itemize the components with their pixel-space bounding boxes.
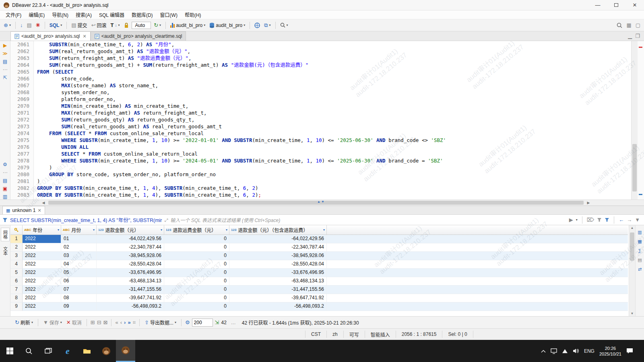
grid-cell[interactable]: 2022 bbox=[23, 294, 61, 302]
schema-combo[interactable]: audit_bi_pro▾ bbox=[208, 22, 246, 29]
task-view-icon[interactable] bbox=[39, 340, 58, 362]
grid-cell[interactable]: -28,550,428.04 bbox=[97, 260, 164, 268]
filter-settings-icon[interactable] bbox=[597, 218, 602, 222]
grid-cell[interactable]: 0 bbox=[164, 302, 229, 311]
results-view-tab-grid[interactable]: 网格 bbox=[1, 228, 10, 241]
save-button[interactable]: ▼保存▾ bbox=[42, 318, 63, 327]
nav-forward-icon[interactable]: → bbox=[627, 217, 632, 223]
filter-query-text[interactable]: SELECT SUBSTR(min_create_time_t, 1, 4) A… bbox=[10, 216, 162, 224]
row-number[interactable]: 4 bbox=[10, 260, 23, 268]
menu-item[interactable]: 窗口(W) bbox=[157, 10, 181, 19]
grid-cell[interactable]: -39,647,741.92 bbox=[97, 294, 164, 302]
code-area[interactable]: 2061 SUBSTR(min_create_time_t, 6, 2) AS … bbox=[10, 41, 631, 200]
grid-cell[interactable]: 0 bbox=[164, 252, 229, 260]
results-view-tab-text[interactable]: 文本 bbox=[1, 245, 9, 257]
grid-cell[interactable]: 03 bbox=[61, 252, 97, 260]
grid-cell[interactable]: 2022 bbox=[23, 302, 61, 311]
grid-cell[interactable]: -63,468,134.13 bbox=[229, 277, 327, 285]
grid-cell[interactable]: 09 bbox=[61, 302, 97, 311]
grid-cell[interactable]: -28,550,428.04 bbox=[229, 260, 327, 268]
column-filter-icon[interactable]: ▾ bbox=[93, 228, 95, 232]
explain-plan-icon[interactable]: ▤ bbox=[3, 59, 7, 64]
column-header[interactable]: 123退款运费金额（元）▾ bbox=[164, 225, 229, 234]
close-button[interactable]: ✕ bbox=[625, 0, 644, 10]
volume-icon[interactable] bbox=[573, 348, 579, 354]
grid-cell[interactable]: -39,647,741.92 bbox=[229, 294, 327, 302]
column-header[interactable]: 123退款金额（元）（包含退款运费）▾ bbox=[229, 225, 327, 234]
menu-item[interactable]: 编辑(E) bbox=[25, 10, 48, 19]
delete-row-icon[interactable]: ⊠ bbox=[103, 320, 108, 325]
column-header[interactable]: ABC年份▾ bbox=[23, 225, 61, 234]
first-page-icon[interactable]: « bbox=[115, 320, 118, 325]
sash-collapse-icons[interactable]: ▲▼ bbox=[317, 200, 325, 204]
code-text[interactable]: SELECT * FROM custom_online_sale_return_… bbox=[34, 150, 198, 157]
code-text[interactable]: MAX(store_name) AS store_name_t, bbox=[34, 82, 158, 89]
scroll-left-icon[interactable]: ◀ bbox=[40, 200, 47, 206]
grid-cell[interactable]: -56,498,093.2 bbox=[97, 302, 164, 311]
grid-cell[interactable]: 07 bbox=[61, 286, 97, 294]
next-page-icon[interactable]: › bbox=[124, 320, 126, 325]
grid-cell[interactable]: 01 bbox=[61, 235, 97, 243]
grouping-panel-icon[interactable]: ▤ bbox=[638, 257, 642, 263]
code-text[interactable]: ) bbox=[34, 178, 40, 185]
grid-cell[interactable]: -64,022,429.56 bbox=[229, 235, 327, 243]
grid-cell[interactable]: 2022 bbox=[23, 243, 61, 251]
scroll-down-icon[interactable]: ▼ bbox=[629, 312, 635, 315]
minimize-button[interactable]: — bbox=[588, 0, 607, 10]
dbeaver-taskbar-icon[interactable] bbox=[97, 340, 116, 362]
grid-cell[interactable]: 2022 bbox=[23, 269, 61, 277]
grid-cell[interactable]: 2022 bbox=[23, 286, 61, 294]
editor-vertical-scrollbar[interactable] bbox=[631, 41, 638, 200]
row-number[interactable]: 1 bbox=[10, 235, 23, 243]
grid-cell[interactable]: 2022 bbox=[23, 235, 61, 243]
action-center-icon[interactable] bbox=[626, 348, 633, 354]
code-text[interactable]: UNION ALL bbox=[34, 144, 89, 150]
code-text[interactable]: SUM(real_return_goods_amt_t) + SUM(retur… bbox=[34, 62, 308, 68]
column-filter-icon[interactable]: ▾ bbox=[58, 228, 59, 232]
grid-cell[interactable]: 0 bbox=[164, 260, 229, 268]
execute-script-icon[interactable]: ≫ bbox=[2, 51, 8, 56]
column-header[interactable]: ABC月份▾ bbox=[61, 225, 97, 234]
cancel-button[interactable]: ✕取消 bbox=[65, 318, 83, 327]
file-explorer-icon[interactable] bbox=[77, 340, 97, 362]
tray-chevron-up-icon[interactable] bbox=[541, 350, 546, 353]
duplicate-row-icon[interactable]: ⊟ bbox=[97, 320, 101, 325]
new-script-button[interactable]: ✳ bbox=[35, 22, 41, 29]
grid-cell[interactable]: 06 bbox=[61, 277, 97, 285]
close-result-tab-icon[interactable]: ✕ bbox=[37, 208, 41, 213]
code-text[interactable]: ORDER BY SUBSTR(min_create_time_t, 1, 4)… bbox=[34, 191, 261, 198]
grid-cell[interactable]: -56,498,093.2 bbox=[229, 302, 327, 311]
result-settings-gear-icon[interactable]: ⚙ bbox=[185, 320, 190, 325]
grid-cell[interactable]: -38,945,928.06 bbox=[229, 252, 327, 260]
scroll-right-icon[interactable]: ▶ bbox=[585, 200, 592, 206]
network-icon[interactable] bbox=[253, 22, 261, 29]
row-number[interactable]: 3 bbox=[10, 252, 23, 260]
search-combo[interactable]: ▾ bbox=[279, 22, 289, 29]
grid-cell[interactable]: 05 bbox=[61, 269, 97, 277]
refresh-combo[interactable]: ↻▾ bbox=[153, 22, 162, 29]
grid-cell[interactable]: -33,676,496.95 bbox=[229, 269, 327, 277]
menu-item[interactable]: 导航(N) bbox=[49, 10, 72, 19]
filter-input[interactable]: 输入一个 SQL 表达式来过滤结果 (使用 Ctrl+Space) bbox=[170, 216, 566, 223]
grid-cell[interactable]: -31,447,155.56 bbox=[97, 286, 164, 294]
code-text[interactable]: SUM(real_return_goods_amt_t) AS "退款金额（元）… bbox=[34, 48, 190, 55]
toggle-layout-icon[interactable]: ▢ bbox=[634, 22, 642, 29]
column-header[interactable]: 123退款金额（元）▾ bbox=[97, 225, 164, 234]
language-indicator[interactable]: ENG bbox=[584, 348, 594, 354]
row-number[interactable]: 5 bbox=[10, 269, 23, 277]
results-vertical-scrollbar[interactable]: ▲ ▼ bbox=[629, 225, 635, 316]
grid-cell[interactable]: -38,945,928.06 bbox=[97, 252, 164, 260]
save-filter-icon[interactable]: ▼ bbox=[635, 217, 640, 223]
code-text[interactable]: SUM(return_goods_qty) AS return_goods_qt… bbox=[34, 116, 194, 123]
menu-item[interactable]: 数据库(D) bbox=[128, 10, 156, 19]
copy-script-icon[interactable]: ▤ bbox=[25, 22, 33, 29]
more-actions-icon[interactable]: ⋯ bbox=[3, 170, 8, 175]
share-combo[interactable]: ⧉▾ bbox=[263, 22, 272, 29]
refresh-button[interactable]: ↻刷新▾ bbox=[14, 318, 34, 327]
filter-icon[interactable] bbox=[605, 218, 609, 222]
commit-button[interactable]: ▤提交 bbox=[70, 21, 88, 29]
menu-item[interactable]: 帮助(H) bbox=[182, 10, 204, 19]
execute-statement-icon[interactable]: ▶ bbox=[3, 43, 7, 48]
grid-cell[interactable]: -63,468,134.13 bbox=[97, 277, 164, 285]
open-perspective-icon[interactable]: ▦ bbox=[625, 22, 632, 29]
